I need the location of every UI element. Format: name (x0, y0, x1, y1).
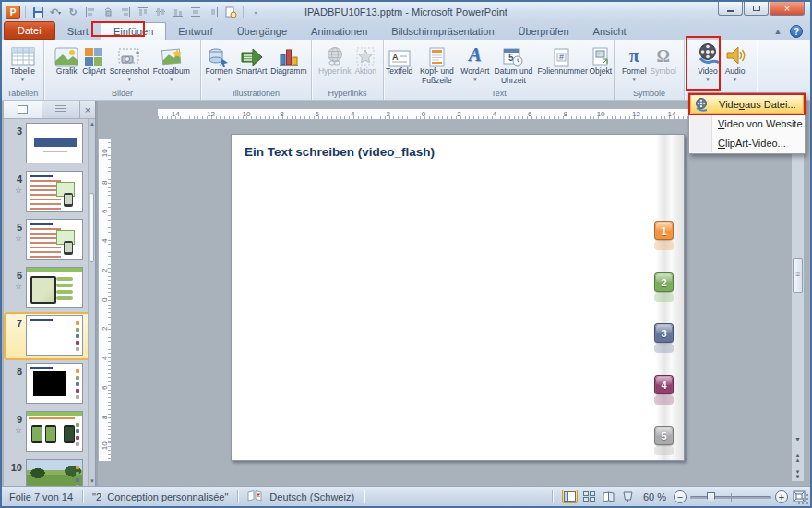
shapes-button[interactable]: Formen ▼ (203, 42, 233, 82)
scroll-up-icon[interactable]: ▲ (89, 121, 96, 127)
help-icon[interactable]: ? (790, 25, 803, 38)
scroll-down-icon[interactable]: ▼ (89, 478, 96, 484)
video-button[interactable]: Video ▼ (694, 42, 722, 82)
animation-star-icon: ☆ (4, 234, 22, 243)
title-bar: P ↶▾ ↻ ▾ IPADBPU10F13.pptm - Microsoft P… (2, 2, 810, 22)
tab-ueberpruefen[interactable]: Überprüfen (507, 23, 581, 40)
tab-animationen[interactable]: Animationen (299, 23, 379, 40)
table-button[interactable]: Tabelle ▼ (8, 42, 37, 82)
slideshow-view-button[interactable] (620, 490, 636, 503)
slide-thumbnail-9[interactable]: 9☆ (4, 411, 89, 459)
object-button[interactable]: Objekt (587, 42, 614, 77)
vertical-scrollbar[interactable]: ▲ ▼ ▲▲ ▼▼ (791, 102, 805, 482)
language-indicator[interactable]: Deutsch (Schweiz) (266, 491, 358, 502)
header-footer-button[interactable]: Kopf- und Fußzeile (414, 42, 459, 85)
slide-thumbnail-6[interactable]: 6☆ (4, 267, 89, 315)
tab-einfuegen[interactable]: Einfügen (101, 22, 166, 40)
slide-sorter-view-button[interactable] (581, 490, 597, 503)
spellcheck-icon[interactable] (244, 490, 266, 503)
tab-entwurf[interactable]: Entwurf (166, 23, 224, 40)
zoom-in-button[interactable]: + (775, 490, 788, 503)
slide-thumbnail-4[interactable]: 4☆ (4, 171, 89, 219)
equation-button[interactable]: π Formel ▼ (620, 42, 648, 82)
tab-ansicht[interactable]: Ansicht (581, 23, 639, 40)
slide-thumbnail-3[interactable]: 3 (4, 123, 89, 171)
slide-thumbnail-5[interactable]: 5☆ (4, 219, 89, 267)
ribbon-group-medien: Video ▼ Audio ▼ (685, 40, 757, 100)
zoom-level[interactable]: 60 % (639, 491, 670, 502)
svg-text:A: A (392, 53, 399, 62)
redo-icon[interactable]: ↻ (66, 5, 80, 19)
align-right-icon[interactable] (118, 5, 133, 19)
photo-album-icon (160, 42, 183, 67)
panel-scrollbar-thumb[interactable] (90, 193, 94, 262)
align-left-icon[interactable] (83, 5, 98, 19)
scrollbar-thumb[interactable] (793, 258, 803, 293)
scroll-down-icon[interactable]: ▼ (792, 433, 804, 445)
menu-item-video-aus-datei[interactable]: Video aus Datei... (690, 94, 804, 114)
chart-icon (279, 42, 299, 67)
slide-title[interactable]: Ein Text schreiben (video_flash) (245, 145, 435, 159)
slide-number-button-1[interactable]: 1 (654, 221, 674, 240)
chevron-down-icon: ▼ (216, 77, 221, 82)
minimize-button[interactable] (718, 2, 743, 16)
distribute-horizontal-icon[interactable] (206, 5, 221, 19)
slide-number-button-5[interactable]: 5 (654, 426, 674, 445)
close-panel-icon[interactable]: × (80, 101, 95, 118)
normal-view-button[interactable] (562, 490, 578, 503)
save-icon[interactable] (30, 5, 45, 19)
equation-icon: π (629, 42, 639, 67)
tab-folien[interactable] (4, 101, 42, 118)
tab-datei[interactable]: Datei (4, 21, 55, 40)
slide-number-button-3[interactable]: 3 (654, 323, 674, 343)
screenshot-button[interactable]: Screenshot ▼ (108, 42, 151, 82)
slide-counter[interactable]: Folie 7 von 14 (2, 491, 77, 502)
theme-name[interactable]: "2_Conception personnalisée" (89, 491, 232, 502)
align-top-icon[interactable] (136, 5, 150, 19)
previous-slide-button[interactable]: ▲▲ (792, 450, 804, 466)
textbox-button[interactable]: A Textfeld (384, 42, 414, 77)
tab-start[interactable]: Start (55, 23, 101, 40)
slide-thumbnail-8[interactable]: 8 (4, 363, 89, 411)
textbox-icon: A (388, 42, 411, 67)
picture-button[interactable]: Grafik (53, 42, 80, 77)
rotate-object-icon[interactable] (101, 5, 115, 19)
zoom-out-button[interactable]: − (674, 490, 687, 503)
powerpoint-logo-icon[interactable]: P (6, 6, 20, 19)
menu-item-video-von-website[interactable]: Video von Website... (690, 114, 804, 133)
slide-thumbnail-7-selected[interactable]: 7 (4, 315, 89, 363)
next-slide-button[interactable]: ▼▼ (792, 466, 804, 482)
wordart-button[interactable]: A WordArt ▼ (459, 42, 491, 82)
align-middle-icon[interactable] (153, 5, 168, 19)
customize-quick-access-icon[interactable]: ▾ (248, 5, 263, 19)
date-time-button[interactable]: 5 Datum und Uhrzeit (491, 42, 535, 85)
print-preview-icon[interactable] (223, 5, 238, 19)
slide-number-button[interactable]: # Foliennummer (535, 42, 587, 77)
zoom-slider-thumb[interactable] (707, 492, 715, 503)
undo-icon[interactable]: ↶▾ (48, 5, 63, 19)
tab-bildschirmpraesentation[interactable]: Bildschirmpräsentation (379, 23, 506, 40)
restore-button[interactable] (744, 2, 769, 16)
menu-item-clipart-video[interactable]: ClipArt-Video... (690, 133, 804, 152)
resize-grip[interactable] (798, 494, 809, 505)
slide-number-button-2[interactable]: 2 (654, 272, 674, 292)
reading-view-button[interactable] (601, 490, 616, 503)
clipart-button[interactable]: ClipArt (80, 42, 108, 77)
slide-canvas[interactable]: Ein Text schreiben (video_flash) 1 2 3 4… (231, 134, 685, 461)
photo-album-button[interactable]: Fotoalbum ▼ (151, 42, 192, 82)
tab-uebergaenge[interactable]: Übergänge (225, 23, 299, 40)
action-icon (355, 42, 376, 67)
distribute-vertical-icon[interactable] (188, 5, 203, 19)
slide-number-button-4[interactable]: 4 (654, 375, 674, 394)
minimize-ribbon-icon[interactable]: ▲ (771, 26, 784, 38)
tab-gliederung[interactable] (42, 101, 81, 118)
audio-button[interactable]: Audio ▼ (722, 42, 748, 82)
chart-button[interactable]: Diagramm (269, 42, 308, 77)
zoom-slider[interactable] (690, 490, 771, 503)
animation-star-icon: ☆ (4, 426, 22, 435)
panel-scrollbar[interactable]: ▲ ▼ (88, 119, 95, 486)
close-button[interactable]: × (770, 2, 805, 16)
symbol-button: Ω Symbol (649, 42, 678, 77)
smartart-button[interactable]: SmartArt (234, 42, 269, 77)
align-bottom-icon[interactable] (171, 5, 185, 19)
